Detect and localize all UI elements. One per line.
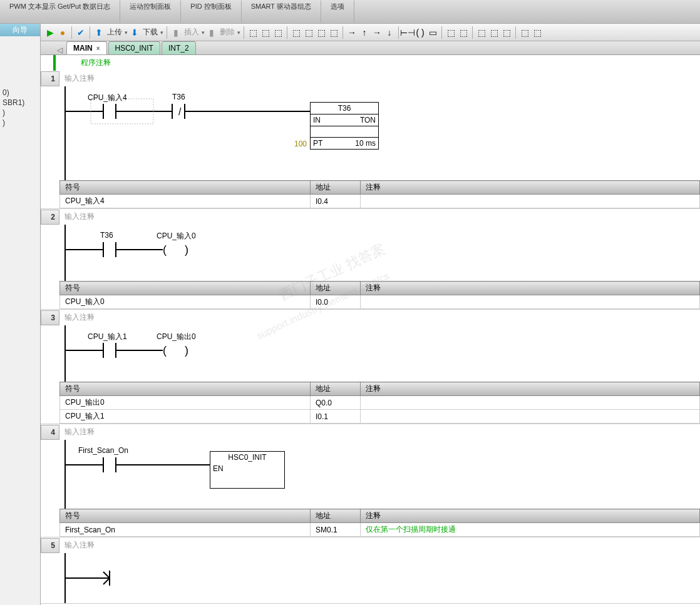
rung-2: 2 输入注释 ( ) T36 CPU_输入0 符号地址注释 CPU_输入0I0.… (41, 209, 700, 310)
rung-5: 5 输入注释 (41, 537, 700, 604)
rung-comment[interactable]: 输入注释 (59, 424, 700, 440)
run-icon[interactable]: ▶ (44, 27, 56, 38)
coil-label: CPU_输入0 (157, 231, 196, 241)
rung-1: 1 输入注释 / CPU_输入4 T36 (41, 71, 700, 209)
tab-strip: ◁ MAIN× HSC0_INIT INT_2 (41, 41, 700, 55)
ribbon-group-option[interactable]: 选项 (321, 1, 354, 23)
svg-text:(: ( (163, 243, 167, 256)
table-row: CPU_输入0I0.0 (60, 295, 700, 309)
table-row: First_Scan_OnSM0.1仅在第一个扫描周期时接通 (60, 523, 700, 537)
symbol-table: 符号地址注释 CPU_输出0Q0.0 CPU_输入1I0.1 (59, 382, 700, 424)
tool-icon-13[interactable]: ⬚ (458, 27, 469, 38)
tool-icon-15[interactable]: ⬚ (488, 27, 500, 38)
tool-icon-17[interactable]: ⬚ (519, 27, 530, 38)
rung-number: 4 (41, 425, 59, 440)
project-tree: 0) SBR1) ) ) (0, 88, 40, 128)
program-comment[interactable]: 程序注释 (53, 55, 700, 71)
insert-button[interactable]: 插入 (183, 27, 200, 38)
box-name: HSC0_INIT (210, 452, 284, 463)
box-en: EN (210, 463, 284, 474)
ribbon-top: PWM 文本显示 Get/Put 数据日志 运动控制面板 PID 控制面板 SM… (0, 0, 700, 24)
insert-icon[interactable]: ▮ (170, 27, 182, 38)
download-icon[interactable]: ⬇ (129, 27, 140, 38)
tool-icon-6[interactable]: ⬚ (316, 27, 327, 38)
ribbon-group-smart[interactable]: SMART 驱动器组态 (242, 1, 321, 23)
ladder-editor[interactable]: 程序注释 1 输入注释 / CPU_输 (41, 55, 700, 605)
coil-label: CPU_输出0 (157, 332, 196, 342)
tab-hsc0[interactable]: HSC0_INIT (108, 41, 160, 54)
contact-label: T36 (100, 231, 113, 240)
tool-icon-5[interactable]: ⬚ (303, 27, 314, 38)
table-row: CPU_输出0Q0.0 (60, 396, 700, 410)
timer-box[interactable]: T36 INTON PT10 ms (310, 102, 379, 150)
tool-icon-16[interactable]: ⬚ (501, 27, 512, 38)
svg-line-26 (103, 572, 110, 578)
rung-comment[interactable]: 输入注释 (59, 209, 700, 225)
tab-scroll-left[interactable]: ◁ (53, 46, 66, 54)
subroutine-box[interactable]: HSC0_INIT EN (210, 451, 285, 489)
upload-button[interactable]: 上传 (106, 27, 123, 38)
editor-toolbar: ▶ ● ✔ ⬆ 上传▾ ⬇ 下载▾ ▮ 插入▾ ▮ 删除▾ ⬚ ⬚ ⬚ ⬚ ⬚ … (41, 24, 700, 41)
tool-icon-3[interactable]: ⬚ (272, 27, 284, 38)
table-row: CPU_输入4I0.4 (60, 195, 700, 208)
tool-icon-9[interactable]: ↑ (359, 27, 370, 38)
ribbon-group-pwm[interactable]: PWM 文本显示 Get/Put 数据日志 (0, 1, 120, 23)
rung-number: 1 (41, 71, 59, 86)
rung-3: 3 输入注释 ( ) CPU_输入1 CPU_输出0 符号地址注释 CPU_输出… (41, 310, 700, 424)
rung-4: 4 输入注释 First_Scan_On HSC0_INIT EN 符号地址注 (41, 424, 700, 537)
timer-name: T36 (311, 103, 378, 114)
symbol-table: 符号地址注释 CPU_输入0I0.0 (59, 281, 700, 309)
download-button[interactable]: 下载 (142, 27, 159, 38)
contact-icon[interactable]: ⊢⊣ (402, 27, 413, 38)
tool-icon-11[interactable]: ↓ (384, 27, 395, 38)
contact-label: CPU_输入4 (88, 93, 127, 103)
table-row: CPU_输入1I0.1 (60, 410, 700, 424)
coil-icon[interactable]: ( ) (414, 27, 426, 38)
symbol-table: 符号地址注释 First_Scan_OnSM0.1仅在第一个扫描周期时接通 (59, 509, 700, 537)
tool-icon-12[interactable]: ⬚ (445, 27, 456, 38)
delete-icon[interactable]: ▮ (206, 27, 217, 38)
rung-comment[interactable]: 输入注释 (59, 71, 700, 86)
ribbon-group-pid[interactable]: PID 控制面板 (181, 1, 241, 23)
box-icon[interactable]: ▭ (427, 27, 438, 38)
delete-button[interactable]: 删除 (219, 27, 236, 38)
rung-comment[interactable]: 输入注释 (59, 537, 700, 553)
tool-icon-7[interactable]: ⬚ (328, 27, 339, 38)
contact-label: First_Scan_On (78, 446, 128, 455)
tool-icon-1[interactable]: ⬚ (247, 27, 259, 38)
contact-label: CPU_输入1 (88, 332, 127, 342)
rung-comment[interactable]: 输入注释 (59, 310, 700, 325)
rung-number: 5 (41, 538, 59, 553)
svg-text:): ) (185, 243, 188, 256)
compile-icon[interactable]: ✔ (75, 27, 86, 38)
svg-text:(: ( (163, 344, 167, 357)
rung-number: 3 (41, 310, 59, 325)
tool-icon-10[interactable]: → (371, 27, 383, 38)
svg-text:/: / (178, 106, 182, 117)
contact-label: T36 (172, 93, 185, 101)
editor-area: ▶ ● ✔ ⬆ 上传▾ ⬇ 下载▾ ▮ 插入▾ ▮ 删除▾ ⬚ ⬚ ⬚ ⬚ ⬚ … (40, 24, 700, 605)
symbol-table: 符号地址注释 CPU_输入4I0.4 (59, 180, 700, 208)
ladder-graphic (59, 553, 185, 603)
svg-text:): ) (185, 344, 188, 357)
tab-main[interactable]: MAIN× (66, 41, 107, 54)
tab-int2[interactable]: INT_2 (162, 41, 196, 54)
tool-icon-14[interactable]: ⬚ (476, 27, 487, 38)
svg-line-27 (103, 578, 110, 584)
tool-icon-8[interactable]: → (346, 27, 358, 38)
upload-icon[interactable]: ⬆ (93, 27, 105, 38)
stop-icon[interactable]: ● (57, 27, 68, 38)
rung-number: 2 (41, 210, 59, 225)
tool-icon-18[interactable]: ⬚ (532, 27, 543, 38)
tool-icon-2[interactable]: ⬚ (260, 27, 271, 38)
tool-icon-4[interactable]: ⬚ (291, 27, 302, 38)
close-icon[interactable]: × (96, 45, 100, 52)
pt-value: 100 (294, 140, 307, 148)
ribbon-group-motion[interactable]: 运动控制面板 (120, 1, 181, 23)
